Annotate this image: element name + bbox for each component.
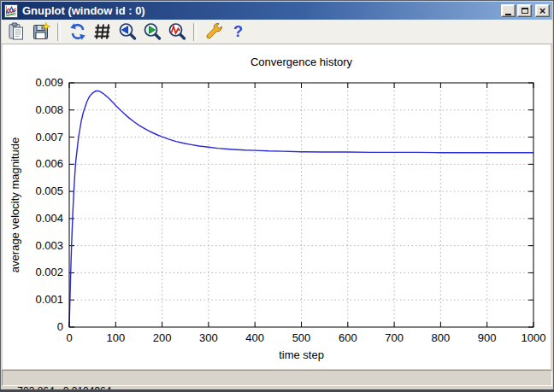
toolbar-separator xyxy=(193,23,197,41)
minimize-icon xyxy=(505,14,511,15)
save-button[interactable] xyxy=(30,21,51,43)
x-tick-label: 300 xyxy=(199,331,218,344)
gnuplot-app-icon xyxy=(4,4,18,18)
x-axis-label: time step xyxy=(69,348,533,361)
previous-zoom-button[interactable] xyxy=(116,21,138,43)
autoscale-button[interactable] xyxy=(166,21,187,43)
grid-icon xyxy=(93,22,112,41)
gnuplot-window: Gnuplot (window id : 0) × xyxy=(0,0,554,392)
y-tick-label: 0 xyxy=(57,320,63,333)
maximize-icon xyxy=(522,8,528,14)
options-button[interactable] xyxy=(203,21,224,43)
next-zoom-button[interactable] xyxy=(141,21,162,43)
wrench-icon xyxy=(204,22,223,41)
x-tick-label: 1000 xyxy=(522,331,546,344)
zoom-reset-icon xyxy=(168,22,186,41)
window-title: Gnuplot (window id : 0) xyxy=(22,4,145,17)
x-tick-label: 700 xyxy=(385,331,404,344)
save-floppy-icon xyxy=(32,22,50,41)
zoom-previous-icon xyxy=(118,22,137,41)
y-tick-label: 0.003 xyxy=(35,239,63,252)
y-tick-label: 0.005 xyxy=(35,184,63,197)
chart-title: Convergence history xyxy=(69,56,533,68)
toggle-grid-button[interactable] xyxy=(91,21,113,43)
x-tick-label: 400 xyxy=(245,331,264,344)
y-tick-label: 0.001 xyxy=(35,293,63,306)
toolbar: ? xyxy=(2,20,552,44)
title-bar[interactable]: Gnuplot (window id : 0) × xyxy=(2,2,552,20)
status-bar: 703.864, 0.0104964 xyxy=(2,370,552,386)
question-mark-icon: ? xyxy=(233,23,243,41)
y-tick-label: 0.006 xyxy=(35,157,63,170)
close-button[interactable]: × xyxy=(535,4,550,17)
close-icon: × xyxy=(539,5,546,16)
copy-to-clipboard-button[interactable] xyxy=(5,21,27,43)
x-tick-label: 100 xyxy=(106,331,125,344)
x-tick-label: 600 xyxy=(339,331,357,344)
y-tick-label: 0.009 xyxy=(35,76,63,89)
toolbar-separator xyxy=(57,23,61,41)
minimize-button[interactable] xyxy=(501,4,516,17)
refresh-icon xyxy=(68,22,87,41)
y-tick-label: 0.008 xyxy=(35,103,63,116)
y-tick-label: 0.007 xyxy=(35,131,63,143)
window-controls: × xyxy=(501,4,550,17)
x-tick-label: 500 xyxy=(292,331,311,344)
maximize-button[interactable] xyxy=(517,4,532,17)
replot-button[interactable] xyxy=(67,21,88,43)
y-tick-label: 0.002 xyxy=(35,266,63,278)
x-tick-label: 900 xyxy=(478,331,497,344)
plot-svg: 0100200300400500600700800900100000.0010.… xyxy=(3,44,551,369)
y-tick-label: 0.004 xyxy=(35,212,63,225)
clipboard-copy-icon xyxy=(7,22,26,41)
x-tick-label: 0 xyxy=(66,331,72,344)
plot-canvas[interactable]: 0100200300400500600700800900100000.0010.… xyxy=(3,44,551,369)
help-button[interactable]: ? xyxy=(227,21,249,43)
y-axis-label: average velocity magnitude xyxy=(9,137,21,272)
x-tick-label: 200 xyxy=(153,331,172,344)
x-tick-label: 800 xyxy=(432,331,451,344)
zoom-next-icon xyxy=(143,22,162,41)
